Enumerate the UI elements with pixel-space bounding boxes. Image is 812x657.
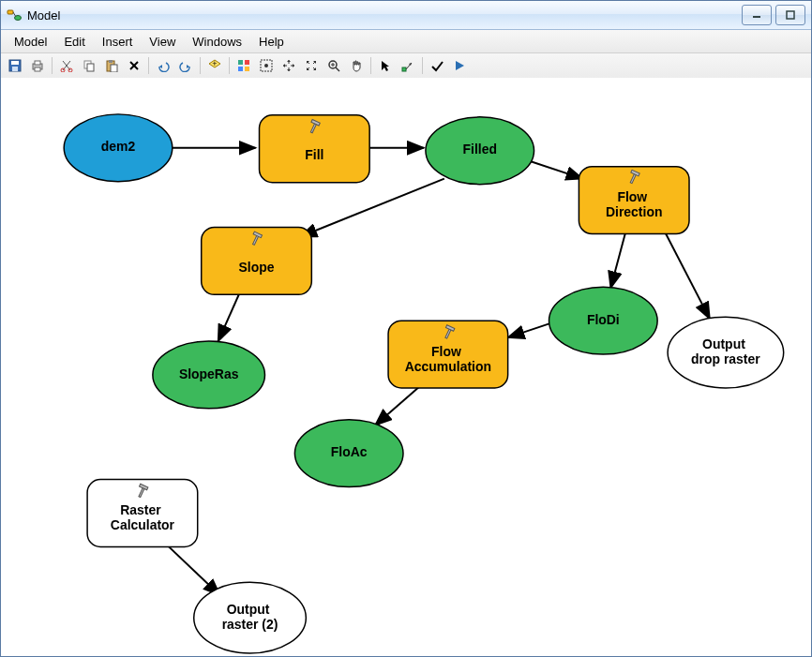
menu-insert[interactable]: Insert	[95, 33, 141, 51]
full-extent-icon[interactable]	[256, 55, 277, 76]
toolbar-separator	[370, 57, 371, 74]
node-filled[interactable]: Filled	[426, 117, 534, 185]
cut-icon[interactable]	[56, 55, 77, 76]
svg-marker-36	[287, 60, 291, 62]
node-fill[interactable]: Fill	[260, 115, 370, 183]
connect-icon[interactable]	[398, 55, 418, 76]
svg-line-2	[13, 12, 16, 17]
svg-rect-10	[35, 67, 40, 71]
save-icon[interactable]	[5, 55, 25, 76]
app-icon	[7, 7, 22, 22]
svg-rect-4	[787, 11, 794, 19]
window-title: Model	[27, 8, 60, 22]
node-dem2[interactable]: dem2	[64, 114, 173, 182]
svg-line-49	[336, 67, 339, 71]
svg-text:Slope: Slope	[239, 260, 275, 275]
copy-icon[interactable]	[79, 55, 99, 76]
svg-marker-56	[456, 61, 464, 70]
select-icon[interactable]	[375, 55, 396, 76]
svg-marker-52	[382, 61, 389, 71]
svg-rect-27	[245, 60, 249, 65]
node-sloperas[interactable]: SlopeRas	[153, 341, 265, 409]
node-flow-accumulation[interactable]: Flow Accumulation	[388, 321, 508, 388]
menu-windows[interactable]: Windows	[185, 33, 249, 51]
zoom-in-icon[interactable]	[323, 55, 344, 76]
menu-model[interactable]: Model	[7, 33, 54, 51]
add-data-icon[interactable]: +	[204, 55, 225, 76]
svg-rect-6	[11, 61, 19, 65]
svg-rect-9	[35, 61, 40, 65]
svg-text:Filled: Filled	[463, 142, 497, 157]
svg-marker-39	[293, 64, 294, 67]
undo-icon[interactable]	[153, 55, 173, 76]
run-icon[interactable]	[449, 55, 470, 76]
svg-rect-0	[8, 10, 13, 14]
node-flow-direction[interactable]: Flow Direction	[579, 167, 689, 234]
svg-rect-28	[238, 67, 243, 71]
edge-flowdir-outdrop[interactable]	[665, 231, 710, 319]
edge-slope-sloperas[interactable]	[218, 291, 241, 341]
node-output-drop-raster[interactable]: Output drop raster	[668, 317, 784, 388]
minimize-button[interactable]	[742, 5, 772, 25]
svg-rect-7	[12, 67, 18, 71]
svg-text:FloDi: FloDi	[587, 312, 620, 327]
svg-text:Fill: Fill	[305, 147, 323, 162]
toolbar-separator	[148, 57, 149, 74]
node-output-raster-2[interactable]: Output raster (2)	[194, 582, 307, 653]
svg-text:FloAc: FloAc	[331, 444, 368, 459]
menubar: Model Edit Insert View Windows Help	[1, 30, 811, 53]
svg-rect-18	[109, 60, 113, 63]
toolbar-separator	[200, 57, 201, 74]
svg-point-31	[264, 64, 268, 67]
menu-edit[interactable]: Edit	[56, 33, 92, 51]
node-flodi[interactable]: FloDi	[549, 287, 658, 354]
zoom-100-icon[interactable]	[301, 55, 322, 76]
svg-rect-26	[238, 60, 243, 65]
svg-text:SlopeRas: SlopeRas	[179, 366, 239, 381]
edge-filled-flowdir[interactable]	[527, 160, 583, 179]
redo-icon[interactable]	[175, 55, 196, 76]
edge-flowdir-flodi[interactable]	[610, 231, 625, 288]
edge-rascalc-out2[interactable]	[165, 543, 220, 595]
maximize-button[interactable]	[775, 5, 805, 25]
svg-text:dem2: dem2	[101, 139, 136, 154]
toolbar: +	[1, 53, 811, 79]
toolbar-separator	[52, 57, 53, 74]
print-icon[interactable]	[27, 55, 48, 76]
model-builder-window: Model Model Edit Insert View Windows Hel…	[0, 0, 812, 657]
svg-marker-37	[287, 69, 291, 71]
edge-filled-slope[interactable]	[300, 179, 444, 237]
auto-layout-icon[interactable]	[233, 55, 254, 76]
validate-icon[interactable]	[427, 55, 447, 76]
node-slope[interactable]: Slope	[202, 227, 312, 294]
svg-rect-53	[402, 67, 406, 71]
toolbar-separator	[422, 57, 423, 74]
svg-rect-19	[111, 65, 117, 72]
node-floac[interactable]: FloAc	[294, 420, 403, 487]
edge-flodi-flowacc[interactable]	[508, 322, 553, 337]
svg-marker-38	[283, 64, 285, 67]
menu-help[interactable]: Help	[251, 33, 292, 51]
fit-to-window-icon[interactable]	[278, 55, 299, 76]
svg-text:+: +	[212, 59, 217, 68]
svg-rect-29	[245, 67, 249, 71]
svg-rect-16	[87, 64, 94, 71]
pan-icon[interactable]	[346, 55, 367, 76]
titlebar[interactable]: Model	[1, 1, 811, 30]
paste-icon[interactable]	[101, 55, 122, 76]
delete-icon[interactable]	[124, 55, 144, 76]
svg-text:Output
          raster (2): Output raster (2)	[222, 602, 278, 632]
model-canvas[interactable]: dem2 Fill Filled Flow Direction	[1, 78, 811, 656]
edge-flowacc-floac[interactable]	[375, 386, 420, 426]
node-raster-calculator[interactable]: Raster Calculator	[87, 480, 198, 547]
menu-view[interactable]: View	[142, 33, 183, 51]
toolbar-separator	[229, 57, 230, 74]
